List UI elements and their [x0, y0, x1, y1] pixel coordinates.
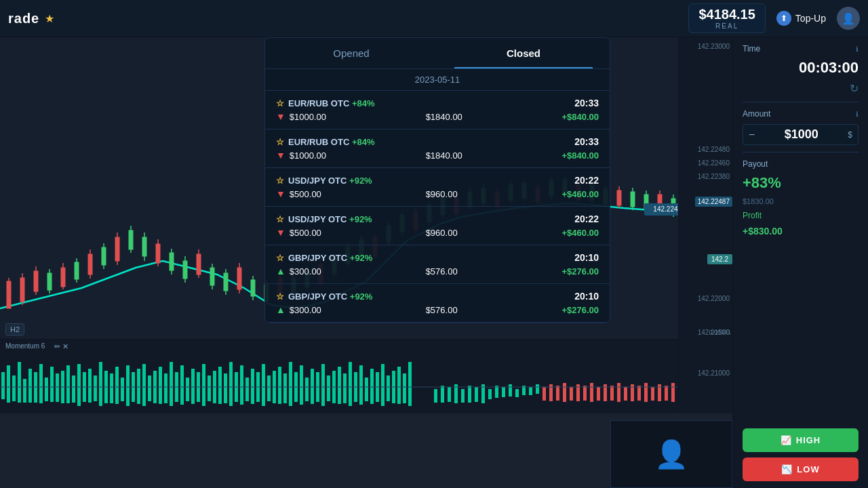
- svg-rect-114: [23, 379, 26, 403]
- trade-item: ☆ EUR/RUB OTC +84% 20:33 ▼ $1000.00 $184…: [265, 129, 610, 168]
- svg-rect-120: [56, 373, 59, 402]
- svg-rect-220: [665, 386, 668, 401]
- trade-invest-amount: $300.00: [290, 305, 321, 315]
- svg-rect-218: [651, 387, 654, 401]
- svg-rect-183: [397, 367, 401, 404]
- trade-star-icon: ☆: [276, 98, 284, 108]
- trade-invest-amount: $300.00: [290, 266, 321, 277]
- amount-box[interactable]: − $1000 $: [743, 124, 859, 145]
- momentum-bar: Momentum 6 ✏ ✕: [0, 339, 732, 413]
- trade-pair-label: EUR/RUB OTC +84%: [288, 98, 375, 108]
- trade-invest-amount: $1000.00: [290, 112, 326, 122]
- price-axis-label-7: 142.22000: [698, 295, 730, 302]
- webcam-icon: 👤: [654, 439, 688, 470]
- svg-rect-194: [488, 389, 492, 399]
- webcam-preview: 👤: [610, 420, 732, 488]
- momentum-close-icon[interactable]: ✏ ✕: [54, 342, 68, 351]
- svg-rect-122: [66, 365, 70, 403]
- trade-item: ☆ EUR/RUB OTC +84% 20:33 ▼ $1000.00 $184…: [265, 91, 610, 129]
- svg-rect-173: [343, 373, 347, 403]
- svg-rect-139: [159, 367, 162, 404]
- svg-rect-133: [126, 365, 130, 406]
- trade-pair-label: EUR/RUB OTC +84%: [288, 137, 375, 147]
- time-label: Time: [743, 44, 760, 54]
- svg-rect-208: [583, 386, 587, 401]
- amount-minus-btn[interactable]: −: [749, 129, 755, 141]
- trade-direction-icon: ▼: [276, 150, 285, 161]
- svg-rect-221: [671, 383, 675, 402]
- svg-rect-212: [610, 386, 614, 401]
- svg-rect-217: [644, 383, 648, 402]
- trade-star-icon: ☆: [276, 253, 284, 263]
- svg-rect-191: [468, 386, 471, 403]
- svg-rect-204: [556, 386, 559, 401]
- payout-value: +83%: [743, 174, 859, 192]
- momentum-label: Momentum 6: [5, 342, 45, 350]
- trade-item: ☆ GBP/JPY OTC +92% 20:10 ▲ $300.00 $576.…: [265, 245, 610, 284]
- high-button[interactable]: 📈 HIGH: [743, 428, 859, 452]
- svg-rect-216: [637, 386, 641, 401]
- tab-opened[interactable]: Opened: [265, 38, 437, 68]
- svg-rect-145: [191, 369, 195, 404]
- trades-list: ☆ EUR/RUB OTC +84% 20:33 ▼ $1000.00 $184…: [265, 91, 610, 323]
- trade-payout: $1840.00: [426, 150, 462, 161]
- topup-icon: ⬆: [776, 11, 791, 26]
- tab-closed[interactable]: Closed: [437, 38, 610, 68]
- svg-rect-112: [12, 375, 16, 401]
- svg-rect-190: [461, 389, 465, 403]
- trade-profit: +$840.00: [561, 112, 599, 122]
- price-axis-label-1: 142.23000: [698, 43, 730, 50]
- time-value: 00:03:00: [743, 59, 859, 77]
- trade-profit: +$276.00: [561, 266, 599, 277]
- trade-profit: +$276.00: [561, 305, 599, 315]
- svg-rect-110: [1, 372, 5, 399]
- svg-rect-181: [387, 375, 390, 401]
- svg-rect-156: [251, 369, 254, 404]
- timeframe-selector[interactable]: H2: [5, 323, 24, 336]
- svg-rect-174: [349, 362, 352, 406]
- svg-rect-180: [381, 364, 384, 406]
- svg-rect-163: [289, 362, 292, 406]
- svg-rect-130: [110, 373, 113, 403]
- svg-rect-201: [536, 384, 539, 394]
- svg-rect-170: [327, 375, 330, 401]
- svg-rect-140: [164, 373, 167, 403]
- topup-button[interactable]: ⬆ Top-Up: [776, 11, 826, 26]
- svg-rect-169: [321, 364, 325, 406]
- svg-rect-205: [563, 383, 566, 402]
- time-refresh-icon[interactable]: ↻: [743, 82, 859, 95]
- trade-star-icon: ☆: [276, 137, 284, 147]
- favorite-icon[interactable]: ★: [45, 12, 54, 25]
- trade-pair-label: GBP/JPY OTC +92%: [288, 253, 372, 263]
- trades-tabs: Opened Closed: [265, 38, 610, 69]
- svg-rect-118: [45, 378, 48, 401]
- avatar[interactable]: 👤: [837, 7, 860, 30]
- trade-item: ☆ GBP/JPY OTC +92% 20:10 ▲ $300.00 $576.…: [265, 284, 610, 323]
- header: rade ★ $4184.15 REAL ⬆ Top-Up 👤: [0, 0, 868, 37]
- trade-profit: +$840.00: [561, 150, 599, 161]
- price-current-label: 142.2: [707, 254, 732, 264]
- svg-rect-178: [370, 369, 374, 404]
- svg-rect-150: [218, 367, 222, 404]
- balance-label: REAL: [698, 22, 755, 30]
- svg-rect-162: [283, 373, 287, 403]
- trade-payout: $576.00: [426, 305, 458, 315]
- svg-rect-155: [245, 378, 249, 401]
- trade-pair-label: USD/JPY OTC +92%: [288, 214, 372, 224]
- trade-profit: +$460.00: [561, 189, 599, 199]
- trade-invest-amount: $1000.00: [290, 150, 326, 161]
- svg-rect-159: [267, 375, 271, 401]
- low-button[interactable]: 📉 LOW: [743, 458, 859, 481]
- trade-pair-label: GBP/JPY OTC +92%: [288, 291, 372, 302]
- trade-time: 20:10: [574, 291, 599, 302]
- svg-rect-214: [624, 387, 627, 401]
- svg-rect-185: [408, 362, 412, 406]
- trade-direction-icon: ▲: [276, 304, 285, 315]
- svg-rect-123: [72, 375, 75, 403]
- price-axis-label-3: 142.22460: [698, 159, 730, 167]
- svg-rect-113: [18, 362, 21, 403]
- trades-overlay: Opened Closed 2023-05-11 ☆ EUR/RUB OTC +…: [264, 37, 610, 323]
- low-label: LOW: [797, 464, 819, 474]
- trade-time: 20:33: [574, 98, 599, 108]
- svg-rect-202: [542, 387, 546, 401]
